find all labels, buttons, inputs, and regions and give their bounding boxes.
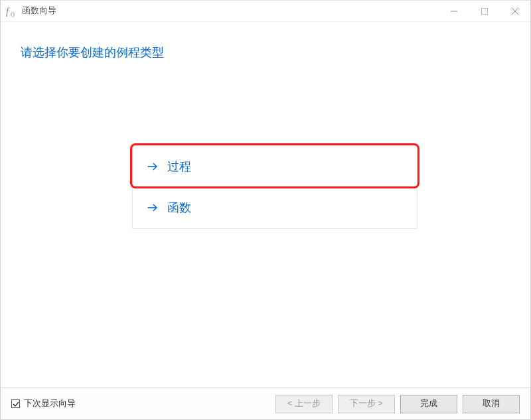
routine-type-list: 过程 函数 [132,145,417,229]
page-heading: 请选择你要创建的例程类型 [17,38,514,60]
finish-button[interactable]: 完成 [400,395,457,413]
wizard-window: f() 函数向导 请选择你要创建的例程类型 过程 [0,0,531,420]
app-icon: f() [6,5,18,17]
back-button: < 上一步 [275,395,333,413]
show-next-time-checkbox[interactable]: 下次显示向导 [11,398,76,409]
minimize-button[interactable] [439,1,469,22]
next-button: 下一步 > [338,395,395,413]
option-function[interactable]: 函数 [133,187,417,228]
option-procedure[interactable]: 过程 [133,146,417,187]
svg-text:(): () [11,11,15,17]
cancel-button[interactable]: 取消 [463,395,520,413]
window-controls [439,1,530,22]
footer-bar: 下次显示向导 < 上一步 下一步 > 完成 取消 [1,387,530,419]
arrow-right-icon [146,160,159,173]
option-label: 过程 [167,159,191,175]
checkbox-label: 下次显示向导 [24,398,76,409]
option-label: 函数 [167,200,191,216]
svg-text:f: f [6,7,10,17]
content-area: 请选择你要创建的例程类型 过程 函数 [1,22,530,387]
titlebar-left: f() 函数向导 [1,5,56,17]
close-button[interactable] [500,1,530,22]
svg-rect-3 [482,8,488,14]
checkbox-icon [11,399,20,408]
arrow-right-icon [146,201,159,214]
titlebar: f() 函数向导 [1,1,530,22]
maximize-button[interactable] [469,1,500,22]
window-title: 函数向导 [22,5,56,17]
